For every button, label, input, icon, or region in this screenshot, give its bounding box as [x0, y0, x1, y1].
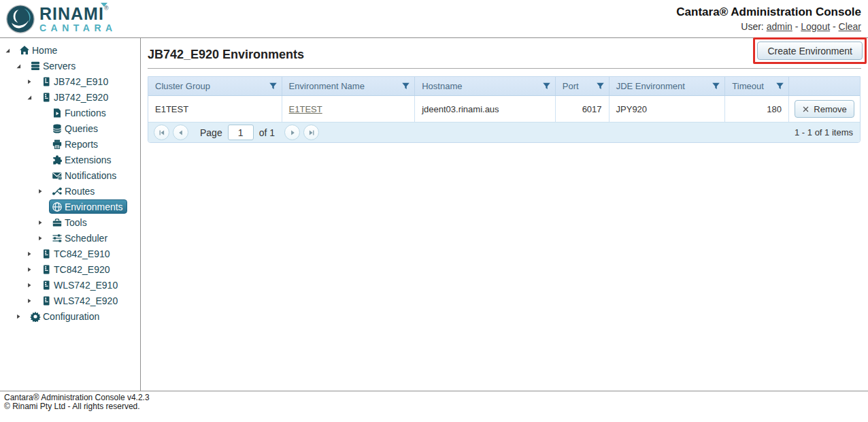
- sidebar-item-tc842-e910[interactable]: TC842_E910: [0, 246, 140, 261]
- sidebar-item-label: Servers: [43, 61, 76, 71]
- sidebar-item-jb742-e910[interactable]: JB742_E910: [0, 74, 140, 89]
- page-number-input[interactable]: [228, 125, 254, 140]
- caret-collapsed-icon[interactable]: [26, 280, 38, 291]
- sidebar-item-chip: Queries: [49, 121, 102, 135]
- cell-hostname: jdeent03.rinami.aus: [415, 96, 556, 122]
- sidebar-item-notifications[interactable]: Notifications: [0, 167, 140, 183]
- caret-collapsed-icon[interactable]: [15, 311, 27, 322]
- notifications-icon: [51, 169, 63, 181]
- caret-collapsed-icon[interactable]: [37, 233, 49, 244]
- sidebar-item-tc842-e920[interactable]: TC842_E920: [0, 261, 140, 277]
- column-header-port[interactable]: Port: [556, 77, 610, 95]
- user-label: User:: [741, 21, 763, 32]
- caret-expanded-icon[interactable]: [26, 92, 38, 103]
- cell-environment_name: E1TEST: [282, 96, 416, 122]
- environment-name-link[interactable]: E1TEST: [289, 104, 322, 114]
- sidebar-item-chip: Functions: [49, 106, 110, 120]
- sidebar-item-chip: WLS742_E920: [38, 293, 122, 308]
- logout-link[interactable]: Logout: [801, 21, 830, 32]
- sidebar-item-configuration[interactable]: Configuration: [0, 308, 140, 324]
- caret-expanded-icon[interactable]: [4, 45, 16, 56]
- configuration-icon: [29, 310, 41, 322]
- sidebar-item-wls742-e910[interactable]: WLS742_E910: [0, 277, 140, 293]
- pager-next-button[interactable]: [284, 125, 300, 140]
- pager-prev-button[interactable]: [173, 125, 188, 140]
- footer: Cantara® Administration Console v4.2.3 ©…: [0, 391, 868, 422]
- queries-icon: [51, 123, 63, 134]
- grid-body: E1TESTE1TESTjdeent03.rinami.aus6017JPY92…: [148, 96, 860, 122]
- sidebar-item-chip: Servers: [27, 59, 80, 73]
- filter-icon[interactable]: [401, 82, 410, 91]
- sidebar-item-reports[interactable]: Reports: [0, 136, 140, 152]
- sidebar-item-chip: Extensions: [49, 152, 115, 167]
- filter-icon[interactable]: [542, 82, 551, 91]
- filter-icon[interactable]: [775, 82, 784, 91]
- logo-primary-text: RINAMI: [39, 4, 104, 23]
- environments-icon: [51, 201, 63, 212]
- sidebar-item-functions[interactable]: Functions: [0, 105, 140, 120]
- filter-icon[interactable]: [596, 82, 605, 91]
- column-header-timeout[interactable]: Timeout: [725, 77, 789, 95]
- filter-icon[interactable]: [712, 82, 720, 91]
- caret-collapsed-icon[interactable]: [37, 217, 49, 228]
- column-header-hostname[interactable]: Hostname: [415, 77, 556, 95]
- logo-secondary-text: CANTARA: [39, 23, 117, 33]
- sidebar-item-routes[interactable]: Routes: [0, 183, 140, 199]
- cell-cluster_group: E1TEST: [148, 96, 282, 122]
- caret-collapsed-icon[interactable]: [26, 295, 38, 306]
- sidebar-item-jb742-e920[interactable]: JB742_E920: [0, 89, 140, 105]
- scheduler-icon: [51, 232, 63, 244]
- caret-collapsed-icon[interactable]: [37, 186, 49, 197]
- caret-spacer: [37, 123, 49, 134]
- sidebar-item-chip: Configuration: [27, 309, 103, 323]
- home-icon: [18, 44, 30, 56]
- column-header-cluster_group[interactable]: Cluster Group: [148, 77, 282, 95]
- sidebar-item-scheduler[interactable]: Scheduler: [0, 230, 140, 246]
- sidebar-item-queries[interactable]: Queries: [0, 120, 140, 136]
- sidebar-item-servers[interactable]: Servers: [0, 58, 140, 74]
- caret-expanded-icon[interactable]: [15, 61, 27, 71]
- routes-icon: [51, 185, 63, 197]
- sidebar-item-extensions[interactable]: Extensions: [0, 152, 140, 167]
- app-window: RINAMI® CANTARA Cantara® Administration …: [0, 0, 868, 422]
- column-header-environment_name[interactable]: Environment Name: [282, 77, 416, 95]
- sidebar-item-label: Reports: [65, 139, 98, 150]
- clear-link[interactable]: Clear: [839, 21, 861, 32]
- sidebar-item-chip: TC842_E910: [38, 246, 114, 261]
- filter-icon[interactable]: [269, 82, 278, 91]
- sidebar-item-label: TC842_E920: [54, 264, 110, 275]
- sidebar-item-chip: JB742_E920: [38, 90, 112, 104]
- logo-wordmark: RINAMI® CANTARA: [39, 5, 117, 33]
- remove-x-icon: [802, 106, 809, 113]
- sidebar-item-home[interactable]: Home: [0, 42, 140, 58]
- user-session-bar: User: admin - Logout - Clear: [676, 21, 861, 32]
- column-header-jde_environment[interactable]: JDE Environment: [610, 77, 726, 95]
- rinami-cantara-logo: RINAMI® CANTARA: [5, 4, 117, 34]
- sidebar-item-tools[interactable]: Tools: [0, 214, 140, 230]
- header-right: Cantara® Administration Console User: ad…: [676, 5, 863, 32]
- app-title: Cantara® Administration Console: [676, 5, 861, 19]
- sidebar-item-label: Scheduler: [65, 233, 107, 244]
- caret-collapsed-icon[interactable]: [26, 76, 38, 87]
- user-link[interactable]: admin: [767, 21, 792, 32]
- caret-spacer: [37, 201, 49, 212]
- sidebar-item-label: Configuration: [43, 311, 99, 322]
- column-header-label: Hostname: [422, 81, 462, 91]
- sidebar-item-chip: WLS742_E910: [38, 278, 122, 292]
- table-row: E1TESTE1TESTjdeent03.rinami.aus6017JPY92…: [148, 96, 860, 122]
- sidebar-item-label: WLS742_E910: [54, 280, 118, 291]
- sidebar-item-environments[interactable]: Environments: [0, 199, 140, 214]
- pager-first-button[interactable]: [154, 125, 169, 140]
- sidebar-item-label: JB742_E910: [54, 76, 108, 87]
- remove-button[interactable]: Remove: [795, 100, 854, 118]
- sidebar-item-chip: Tools: [49, 215, 91, 229]
- environments-grid: Cluster GroupEnvironment NameHostnamePor…: [148, 76, 861, 143]
- sidebar-item-chip: Home: [16, 43, 61, 57]
- caret-collapsed-icon[interactable]: [26, 248, 38, 259]
- footer-copyright-text: © Rinami Pty Ltd - All rights reserved.: [4, 402, 868, 411]
- create-environment-button[interactable]: Create Environment: [757, 42, 863, 60]
- pager-last-button[interactable]: [303, 125, 319, 140]
- sidebar-item-wls742-e920[interactable]: WLS742_E920: [0, 293, 140, 308]
- caret-collapsed-icon[interactable]: [26, 264, 38, 275]
- separator: -: [830, 21, 838, 32]
